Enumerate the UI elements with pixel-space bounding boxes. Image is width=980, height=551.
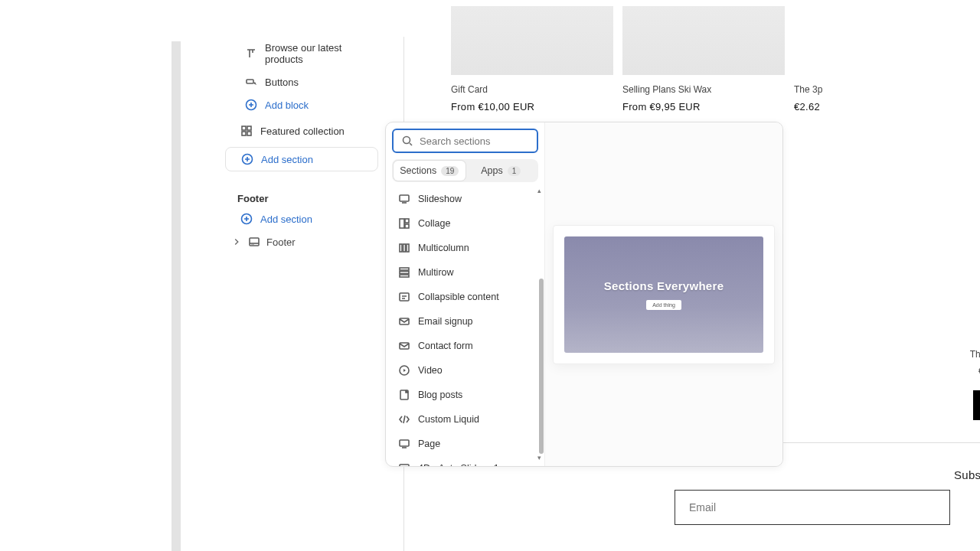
footer-icon: [248, 236, 260, 248]
collapsible-icon: [398, 291, 410, 303]
svg-point-9: [251, 244, 252, 245]
code-icon: [398, 413, 410, 425]
section-item-blog-posts[interactable]: Blog posts: [392, 383, 538, 407]
block-buttons[interactable]: Buttons: [225, 70, 378, 93]
section-list: ▴ Slideshow Collage Multicolumn Multirow…: [386, 187, 544, 466]
block-label: Browse our latest products: [265, 42, 371, 65]
product-name: Selling Plans Ski Wax: [622, 84, 785, 95]
svg-rect-17: [403, 244, 406, 252]
section-item-label: Collage: [418, 218, 450, 229]
section-search-input[interactable]: [392, 129, 538, 153]
svg-rect-24: [400, 343, 409, 349]
section-item-collapsible[interactable]: Collapsible content: [392, 285, 538, 309]
product-card[interactable]: Gift Card From €10,00 EUR: [451, 6, 613, 112]
contact-icon: [398, 340, 410, 352]
footer-group-header: Footer: [225, 185, 378, 207]
product-name: The 3p: [794, 84, 832, 95]
section-item-page[interactable]: Page: [392, 432, 538, 456]
email-input[interactable]: Email: [675, 490, 950, 525]
product-card[interactable]: The 3p €2.62: [794, 6, 832, 112]
scrollbar-thumb[interactable]: [539, 279, 544, 454]
collection-icon: [240, 125, 253, 137]
section-footer[interactable]: Footer: [225, 230, 378, 253]
theme-sidebar: Browse our latest products Buttons Add b…: [225, 37, 378, 253]
blog-icon: [398, 389, 410, 401]
plus-circle-icon: [240, 213, 253, 225]
svg-rect-12: [400, 195, 409, 201]
search-icon: [401, 135, 413, 147]
section-item-collage[interactable]: Collage: [392, 211, 538, 236]
section-item-label: Collapsible content: [418, 292, 499, 302]
svg-rect-20: [400, 272, 409, 274]
add-section-label: Add section: [261, 154, 313, 165]
add-block-button[interactable]: Add block: [225, 93, 378, 116]
svg-rect-19: [400, 268, 409, 270]
tab-count: 19: [441, 166, 459, 176]
section-picker-popover: Sections 19 Apps 1 ▴ Slideshow Collage M…: [385, 122, 783, 467]
section-item-label: Multicolumn: [418, 243, 469, 253]
section-search-field[interactable]: [420, 135, 529, 147]
section-item-video[interactable]: Video: [392, 358, 538, 383]
product-price: From €9,95 EUR: [622, 101, 785, 112]
tab-apps[interactable]: Apps 1: [466, 161, 537, 181]
buttons-icon: [245, 76, 257, 88]
editor-gutter: [172, 41, 181, 551]
section-item-contact-form[interactable]: Contact form: [392, 334, 538, 358]
email-placeholder: Email: [689, 501, 716, 514]
section-featured-collection[interactable]: Featured collection: [225, 119, 378, 142]
section-item-slideshow[interactable]: Slideshow: [392, 187, 538, 211]
scroll-up-icon[interactable]: ▴: [537, 187, 541, 194]
svg-rect-16: [400, 244, 402, 252]
svg-point-10: [253, 244, 253, 245]
add-block-label: Add block: [265, 99, 309, 111]
tab-sections[interactable]: Sections 19: [394, 161, 466, 181]
product-price: From €10,00 EUR: [451, 101, 613, 112]
chevron-right-icon: [231, 236, 242, 247]
slider-icon: [398, 462, 410, 466]
section-preview-card: Sections Everywhere Add thing: [553, 225, 775, 364]
section-item-multirow[interactable]: Multirow: [392, 260, 538, 285]
preview-button: Add thing: [646, 300, 681, 310]
svg-rect-2: [242, 126, 246, 130]
svg-rect-8: [250, 238, 259, 246]
tab-label: Sections: [400, 165, 436, 176]
video-icon: [398, 364, 410, 377]
section-item-custom-liquid[interactable]: Custom Liquid: [392, 407, 538, 432]
section-item-4d-auto-slider[interactable]: 4D - Auto Slider - 1: [392, 456, 538, 466]
svg-rect-21: [400, 275, 409, 277]
preview-title: Sections Everywhere: [604, 279, 724, 292]
section-label: Featured collection: [260, 126, 345, 137]
plus-circle-icon: [241, 153, 253, 165]
product-name-cut: The Co: [970, 349, 980, 360]
section-item-label: Page: [418, 439, 440, 449]
add-section-footer-button[interactable]: Add section: [225, 207, 378, 230]
product-card[interactable]: Selling Plans Ski Wax From €9,95 EUR: [622, 6, 785, 112]
product-name: Gift Card: [451, 84, 613, 95]
add-section-button[interactable]: Add section: [225, 147, 378, 171]
subscribe-heading: Subscribe to our: [954, 468, 980, 481]
multicolumn-icon: [398, 242, 410, 254]
product-price: €2.62: [794, 101, 832, 112]
section-item-multicolumn[interactable]: Multicolumn: [392, 236, 538, 260]
product-grid: Gift Card From €10,00 EUR Selling Plans …: [451, 6, 980, 112]
svg-rect-28: [400, 465, 409, 466]
text-icon: [245, 47, 257, 60]
section-item-label: 4D - Auto Slider - 1: [418, 463, 499, 466]
view-all-button[interactable]: v all: [973, 390, 980, 420]
section-item-email-signup[interactable]: Email signup: [392, 309, 538, 334]
block-browse-products[interactable]: Browse our latest products: [225, 37, 378, 70]
svg-point-11: [403, 137, 410, 144]
product-image-placeholder: [622, 6, 785, 75]
svg-rect-15: [405, 224, 409, 228]
tab-count: 1: [508, 166, 521, 176]
scroll-down-icon[interactable]: ▾: [537, 454, 541, 461]
svg-rect-18: [407, 244, 409, 252]
email-icon: [398, 315, 410, 328]
block-label: Buttons: [265, 77, 299, 88]
section-search-wrap: [386, 122, 544, 158]
multirow-icon: [398, 266, 410, 279]
page-icon: [398, 438, 410, 450]
section-preview-image: Sections Everywhere Add thing: [564, 236, 763, 353]
svg-rect-27: [400, 440, 409, 446]
collage-icon: [398, 217, 410, 230]
